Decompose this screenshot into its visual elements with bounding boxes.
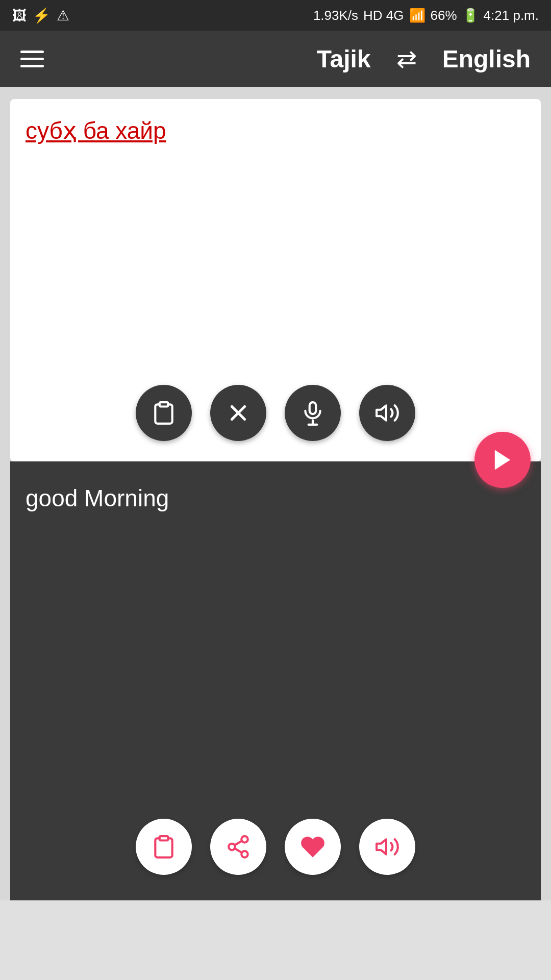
clock: 4:21 p.m. (484, 8, 539, 23)
svg-rect-8 (160, 836, 168, 840)
app-toolbar: Tajik ⇄ English (0, 31, 551, 87)
clear-button[interactable] (210, 385, 266, 441)
target-language-button[interactable]: English (442, 45, 531, 73)
source-language-button[interactable]: Tajik (317, 45, 371, 73)
network-type: HD 4G (363, 8, 404, 23)
status-bar: 🖼 ⚡ ⚠ 1.93K/s HD 4G 📶 66% 🔋 4:21 p.m. (0, 0, 551, 31)
share-button[interactable] (210, 819, 266, 875)
output-panel: good Morning (10, 461, 541, 900)
copy-button[interactable] (136, 819, 192, 875)
svg-marker-6 (377, 405, 386, 420)
hamburger-menu-button[interactable] (20, 51, 44, 67)
input-panel: субҳ ба хайр (10, 99, 541, 461)
output-action-buttons (10, 819, 541, 875)
image-icon: 🖼 (12, 7, 27, 24)
translate-button[interactable] (474, 432, 531, 488)
warning-icon: ⚠ (57, 7, 69, 24)
svg-rect-0 (160, 402, 168, 406)
main-content: субҳ ба хайр (0, 87, 551, 900)
output-speaker-button[interactable] (359, 819, 415, 875)
input-action-buttons (26, 385, 525, 451)
battery-icon: 🔋 (462, 8, 479, 23)
signal-bars: 📶 (409, 8, 425, 23)
speed-indicator: 1.93K/s (313, 8, 358, 23)
svg-line-12 (235, 848, 242, 852)
status-right-info: 1.93K/s HD 4G 📶 66% 🔋 4:21 p.m. (313, 8, 539, 23)
input-speaker-button[interactable] (359, 385, 415, 441)
source-text[interactable]: субҳ ба хайр (26, 114, 525, 370)
favorite-button[interactable] (285, 819, 341, 875)
battery-level: 66% (431, 8, 457, 23)
svg-rect-3 (310, 402, 316, 414)
svg-marker-14 (377, 839, 386, 854)
status-left-icons: 🖼 ⚡ ⚠ (12, 7, 69, 24)
microphone-button[interactable] (285, 385, 341, 441)
usb-icon: ⚡ (33, 7, 51, 24)
translated-text: good Morning (26, 482, 525, 514)
language-selector: Tajik ⇄ English (317, 44, 531, 73)
clipboard-button[interactable] (136, 385, 192, 441)
svg-line-13 (235, 841, 242, 845)
swap-languages-button[interactable]: ⇄ (396, 44, 417, 73)
svg-marker-7 (495, 450, 510, 470)
